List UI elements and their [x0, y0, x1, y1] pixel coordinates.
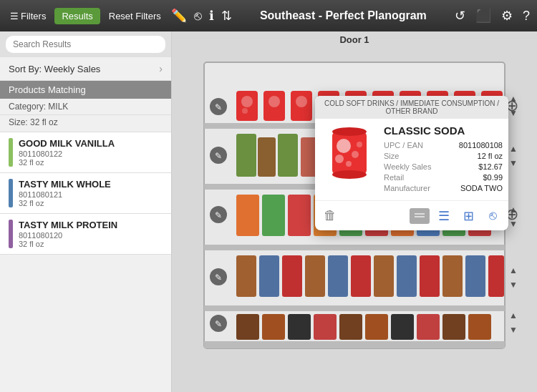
- size-label: Size: 32 fl oz: [9, 117, 58, 127]
- list-item[interactable]: GOOD MILK VANILLA 8011080122 32 fl oz: [0, 132, 171, 173]
- main-layout: Sort By: Weekly Sales › Products Matchin…: [0, 31, 537, 392]
- svg-rect-21: [236, 134, 256, 177]
- list-item[interactable]: TASTY MILK PROTEIN 8011080120 32 fl oz: [0, 214, 171, 255]
- popup-manufacturer-value: SODA TWO: [460, 184, 503, 192]
- product-name: TASTY MILK PROTEIN: [19, 220, 163, 230]
- right-panel: Door 1: [172, 31, 537, 392]
- svg-rect-96: [415, 213, 425, 215]
- product-size: 32 fl oz: [19, 240, 163, 248]
- popup-share-icon[interactable]: ⎋: [483, 208, 503, 224]
- popup-content: CLASSIC SODA UPC / EAN 8011080108 Size 1…: [315, 119, 508, 200]
- product-info: TASTY MILK WHOLE 8011080121 32 fl oz: [19, 179, 163, 207]
- popup-sales-value: $12.67: [478, 162, 503, 171]
- size-filter: Size: 32 fl oz: [0, 115, 171, 132]
- sort-label: Sort By: Weekly Sales: [9, 64, 100, 74]
- svg-rect-34: [262, 195, 285, 236]
- products-matching-header: Products Matching: [0, 81, 171, 99]
- svg-rect-97: [415, 216, 425, 217]
- product-color-bar: [9, 138, 13, 167]
- popup-delete-button[interactable]: 🗑: [321, 205, 339, 226]
- svg-text:✎: ✎: [215, 151, 222, 161]
- product-info: TASTY MILK PROTEIN 8011080120 32 fl oz: [19, 220, 163, 248]
- reset-filters-button[interactable]: Reset Filters: [105, 8, 165, 24]
- product-name: TASTY MILK WHOLE: [19, 179, 163, 190]
- product-list: GOOD MILK VANILLA 8011080122 32 fl oz TA…: [0, 132, 171, 392]
- svg-rect-45: [282, 255, 302, 297]
- share-toolbar-icon-btn[interactable]: ⎋: [193, 7, 203, 25]
- svg-rect-54: [488, 255, 504, 297]
- list-item[interactable]: TASTY MILK WHOLE 8011080121 32 fl oz: [0, 173, 171, 214]
- settings-icon-btn[interactable]: ⚙: [500, 6, 514, 25]
- popup-sales-label: Weekly Sales: [384, 162, 431, 171]
- gray-sq-icon: [412, 210, 427, 222]
- popup-grid-icon[interactable]: ⊞: [458, 208, 478, 224]
- svg-rect-50: [397, 255, 417, 297]
- popup-manufacturer-row: Manufacturer SODA TWO: [384, 184, 503, 192]
- popup-upc-value: 8011080108: [459, 141, 503, 150]
- edit-icon-btn[interactable]: ✏️: [170, 6, 188, 25]
- product-size: 32 fl oz: [19, 158, 163, 167]
- svg-text:▼: ▼: [509, 158, 518, 168]
- popup-category: COLD SOFT DRINKS / IMMEDIATE CONSUMPTION…: [315, 96, 508, 119]
- door-label: Door 1: [172, 31, 537, 48]
- planogram-title: Southeast - Perfect Planogram: [238, 9, 449, 22]
- sort-chevron-icon: ›: [159, 63, 163, 74]
- product-color-bar: [9, 220, 13, 248]
- toolbar-right-icons: ↺ ⬛ ⚙ ?: [453, 6, 531, 25]
- svg-rect-60: [365, 314, 388, 340]
- popup-list-icon[interactable]: ☰: [434, 208, 454, 224]
- svg-rect-56: [262, 314, 285, 340]
- svg-point-7: [241, 96, 253, 107]
- svg-rect-22: [258, 137, 276, 177]
- results-label: Results: [62, 11, 92, 21]
- help-icon-btn[interactable]: ?: [521, 7, 531, 25]
- popup-sales-row: Weekly Sales $12.67: [384, 162, 503, 171]
- record-icon-btn[interactable]: ⬛: [474, 6, 493, 25]
- popup-details: CLASSIC SODA UPC / EAN 8011080108 Size 1…: [384, 124, 503, 195]
- svg-text:▼: ▼: [509, 325, 518, 335]
- svg-rect-51: [420, 255, 440, 297]
- svg-rect-62: [417, 314, 440, 340]
- sort-icon-btn[interactable]: ⇅: [220, 6, 233, 25]
- search-input[interactable]: [6, 36, 165, 53]
- filters-label: Filters: [21, 11, 46, 21]
- popup-product-name: CLASSIC SODA: [384, 124, 503, 137]
- product-upc: 8011080120: [19, 231, 163, 240]
- svg-rect-5: [204, 341, 505, 348]
- category-label: Category: MILK: [9, 102, 68, 112]
- svg-rect-48: [351, 255, 371, 297]
- popup-retail-label: Retail: [384, 173, 404, 182]
- svg-point-8: [242, 108, 248, 114]
- svg-rect-59: [339, 314, 362, 340]
- info-icon-btn[interactable]: ℹ: [208, 6, 216, 25]
- svg-rect-57: [288, 314, 311, 340]
- sort-row[interactable]: Sort By: Weekly Sales ›: [0, 57, 171, 81]
- svg-text:▲: ▲: [509, 205, 518, 215]
- popup-manufacturer-label: Manufacturer: [384, 184, 430, 192]
- svg-point-91: [335, 155, 344, 163]
- svg-rect-49: [374, 255, 394, 297]
- product-info: GOOD MILK VANILLA 8011080122 32 fl oz: [19, 138, 163, 167]
- popup-upc-label: UPC / EAN: [384, 141, 423, 150]
- svg-rect-63: [442, 314, 465, 340]
- svg-text:▼: ▼: [509, 108, 518, 118]
- svg-rect-64: [468, 314, 491, 340]
- product-popup: COLD SOFT DRINKS / IMMEDIATE CONSUMPTION…: [315, 96, 508, 230]
- undo-icon-btn[interactable]: ↺: [453, 6, 467, 25]
- filters-button[interactable]: ☰ Filters: [6, 8, 50, 24]
- results-button[interactable]: Results: [54, 8, 100, 24]
- toolbar: ☰ Filters Results Reset Filters ✏️ ⎋ ℹ ⇅…: [0, 0, 537, 31]
- svg-rect-53: [465, 255, 485, 297]
- product-size: 32 fl oz: [19, 199, 163, 207]
- svg-rect-46: [305, 255, 325, 297]
- popup-gray-square-icon[interactable]: [410, 208, 430, 224]
- search-bar: [0, 31, 171, 57]
- svg-point-90: [337, 139, 351, 153]
- svg-rect-43: [236, 255, 256, 297]
- svg-rect-58: [314, 314, 337, 340]
- popup-retail-value: $0.99: [483, 173, 503, 182]
- filter-icon: ☰: [10, 11, 19, 21]
- popup-actions: 🗑 ☰ ⊞ ⎋: [315, 200, 508, 230]
- product-upc: 8011080122: [19, 150, 163, 158]
- svg-rect-47: [328, 255, 348, 297]
